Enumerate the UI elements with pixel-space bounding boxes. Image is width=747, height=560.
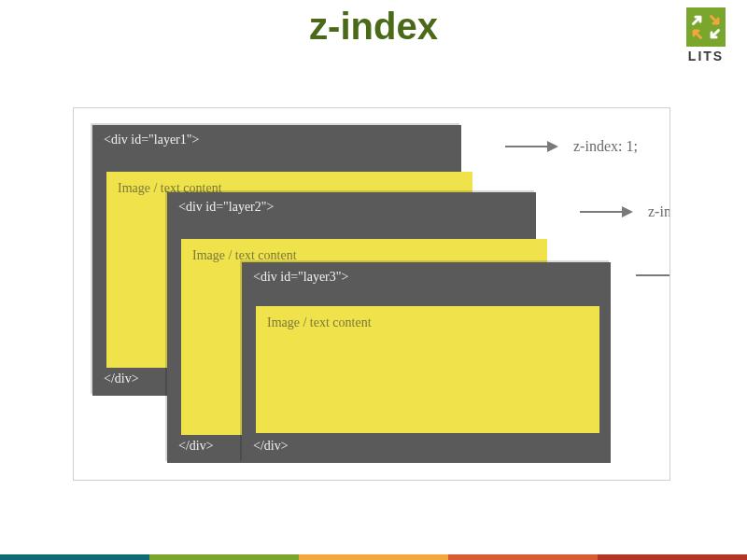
- arrow-layer3: [636, 274, 670, 276]
- layer3-open-tag: <div id="layer3">: [253, 270, 348, 285]
- logo: ➜➜ ➜➜ LITS: [682, 7, 730, 63]
- layer1-close-tag: </div>: [104, 371, 139, 386]
- footer-seg-4: [448, 554, 598, 560]
- diagram-frame: <div id="layer1"> Image / text content <…: [73, 107, 670, 481]
- layer3-content: Image / text content: [256, 306, 599, 433]
- footer-seg-5: [598, 554, 747, 560]
- slide: z-index ➜➜ ➜➜ LITS <div id="layer1"> Ima…: [0, 0, 747, 560]
- layer3-close-tag: </div>: [253, 439, 289, 454]
- lits-logo-icon: ➜➜ ➜➜: [686, 7, 726, 47]
- layer2-open-tag: <div id="layer2">: [178, 200, 274, 215]
- arrow-icon: [505, 146, 557, 147]
- page-title: z-index: [0, 6, 747, 48]
- arrow-icon: [636, 274, 670, 276]
- arrow-layer2: z-inde: [580, 203, 670, 220]
- footer-accent-bar: [0, 554, 747, 560]
- footer-seg-2: [149, 554, 299, 560]
- footer-seg-3: [299, 554, 448, 560]
- layer2-close-tag: </div>: [178, 439, 214, 454]
- footer-seg-1: [0, 554, 149, 560]
- arrow-icon: [580, 211, 631, 213]
- arrow-layer1: z-index: 1;: [505, 138, 638, 155]
- annotation-1: z-index: 1;: [573, 138, 638, 155]
- annotation-2: z-inde: [648, 203, 670, 220]
- logo-text: LITS: [682, 49, 730, 63]
- layer1-open-tag: <div id="layer1">: [104, 133, 199, 147]
- layer-3: <div id="layer3"> Image / text content <…: [242, 262, 611, 463]
